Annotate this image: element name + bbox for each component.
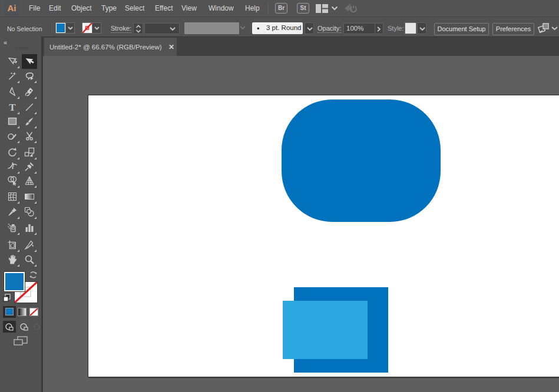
svg-text:T: T [9, 102, 16, 112]
